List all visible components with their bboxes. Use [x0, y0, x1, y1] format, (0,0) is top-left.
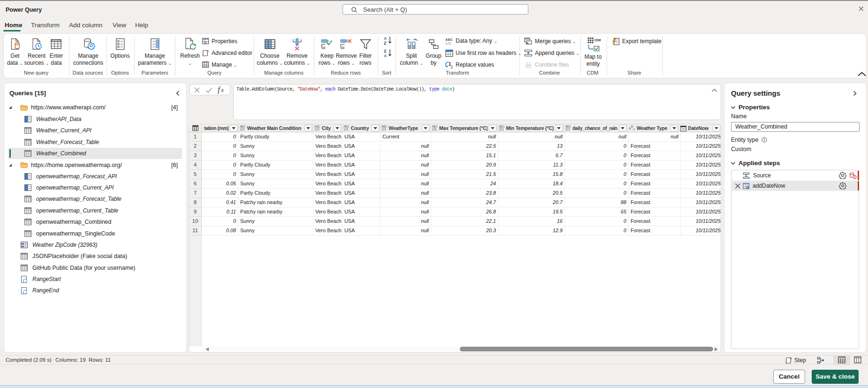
svg-text:Z: Z: [384, 49, 387, 53]
svg-text:A: A: [384, 53, 387, 58]
svg-text:CDM: CDM: [594, 38, 602, 42]
svg-text:A: A: [384, 36, 387, 41]
svg-text:123: 123: [445, 41, 451, 45]
svg-text:2: 2: [451, 64, 453, 69]
svg-text:Z: Z: [384, 41, 387, 45]
